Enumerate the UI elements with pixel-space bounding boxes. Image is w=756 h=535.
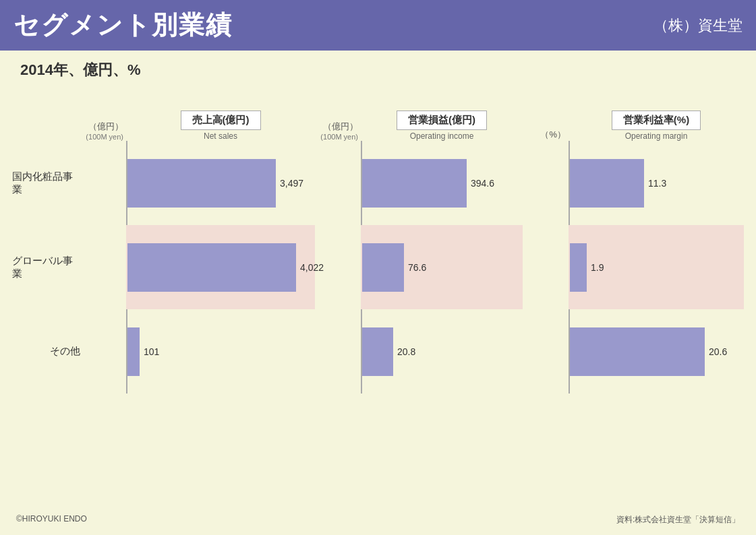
row-label-global: グローバル事業 xyxy=(12,225,86,309)
oi-bars: 営業損益(億円) Operating income 394.6 76.6 xyxy=(361,88,523,394)
om-row-other: 20.6 xyxy=(569,309,744,394)
oi-axis: （億円） (100M yen) xyxy=(320,88,361,394)
header-bar: セグメント別業績 （株）資生堂 xyxy=(0,0,756,51)
operating-income-section: （億円） (100M yen) 営業損益(億円) Operating incom… xyxy=(320,88,523,394)
oi-row-domestic: 394.6 xyxy=(361,141,523,225)
oi-row-other: 20.8 xyxy=(361,309,523,394)
net-sales-rows: 3,497 4,022 101 xyxy=(126,141,315,394)
om-row-global: 1.9 xyxy=(569,225,744,309)
footer: ©HIROYUKI ENDO 資料:株式会社資生堂「決算短信」 xyxy=(0,514,756,526)
oi-axis-main: （億円） xyxy=(323,121,358,133)
operating-margin-section: （%） 営業利益率(%) Operating margin 11.3 xyxy=(528,88,744,394)
oi-label: 営業損益(億円) xyxy=(397,111,487,130)
net-sales-bars: 売上高(億円) Net sales 3,497 4,022 xyxy=(126,88,315,394)
om-row-domestic: 11.3 xyxy=(569,141,744,225)
row-label-domestic: 国内化粧品事業 xyxy=(12,141,86,225)
oi-axis-sub: (100M yen) xyxy=(320,133,358,141)
net-sales-axis: （億円） (100M yen) xyxy=(86,88,126,394)
oi-sublabel: Operating income xyxy=(410,131,474,141)
om-label: 営業利益率(%) xyxy=(612,111,701,130)
net-sales-axis-main: （億円） xyxy=(88,121,123,133)
source: 資料:株式会社資生堂「決算短信」 xyxy=(616,514,740,526)
oi-row-global: 76.6 xyxy=(361,225,523,309)
net-sales-label: 売上高(億円) xyxy=(181,111,261,130)
row-labels-column: 国内化粧品事業グローバル事業その他 xyxy=(12,88,86,394)
net-sales-header: 売上高(億円) Net sales xyxy=(126,88,315,141)
om-axis: （%） xyxy=(528,88,569,394)
net-sales-section: （億円） (100M yen) 売上高(億円) Net sales 3,497 xyxy=(86,88,315,394)
om-axis-main: （%） xyxy=(540,129,566,141)
oi-rows: 394.6 76.6 20.8 xyxy=(361,141,523,394)
row-label-other: その他 xyxy=(12,309,86,394)
om-bars: 営業利益率(%) Operating margin 11.3 1.9 xyxy=(569,88,744,394)
page-title: セグメント別業績 xyxy=(13,8,233,42)
om-rows: 11.3 1.9 20.6 xyxy=(569,141,744,394)
company-name: （株）資生堂 xyxy=(653,15,743,36)
om-header: 営業利益率(%) Operating margin xyxy=(569,88,744,141)
net-sales-axis-sub: (100M yen) xyxy=(86,133,123,141)
om-sublabel: Operating margin xyxy=(625,131,688,141)
copyright: ©HIROYUKI ENDO xyxy=(16,514,87,526)
oi-header: 営業損益(億円) Operating income xyxy=(361,88,523,141)
subtitle: 2014年、億円、% xyxy=(0,51,756,86)
net-sales-sublabel: Net sales xyxy=(204,131,237,141)
